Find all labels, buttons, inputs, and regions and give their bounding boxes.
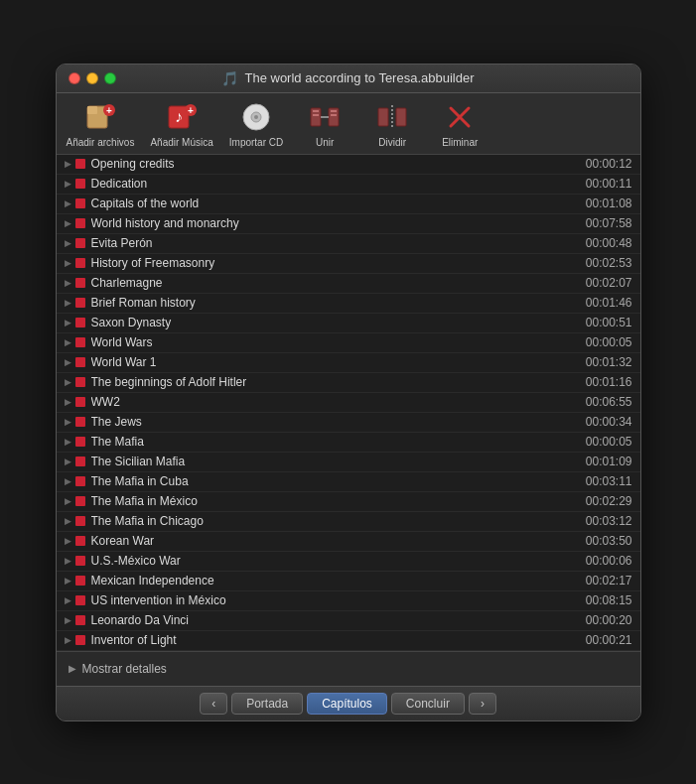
track-duration: 00:03:50 (586, 534, 632, 548)
row-chevron-icon: ▶ (65, 536, 71, 546)
svg-rect-1 (87, 106, 97, 114)
track-row[interactable]: ▶ History of Freemasonry 00:02:53 (57, 254, 640, 274)
track-row[interactable]: ▶ The Mafia in Chicago 00:03:12 (57, 512, 640, 532)
join-label: Unir (316, 137, 334, 148)
minimize-button[interactable] (86, 72, 98, 84)
track-duration: 00:00:05 (586, 435, 632, 449)
row-chevron-icon: ▶ (65, 476, 71, 486)
row-chevron-icon: ▶ (65, 496, 71, 506)
track-row[interactable]: ▶ World history and monarchy 00:07:58 (57, 214, 640, 234)
track-row[interactable]: ▶ US intervention in México 00:08:15 (57, 591, 640, 611)
add-files-icon: + (82, 99, 118, 135)
track-row[interactable]: ▶ Dedication 00:00:11 (57, 175, 640, 195)
track-color-icon (75, 258, 85, 268)
prev-button[interactable]: ‹ (200, 693, 227, 715)
traffic-lights (69, 72, 116, 84)
row-chevron-icon: ▶ (65, 159, 71, 169)
row-chevron-icon: ▶ (65, 576, 71, 586)
track-color-icon (75, 357, 85, 367)
add-music-button[interactable]: ♪ + Añadir Música (150, 99, 212, 148)
details-label: Mostrar detalles (82, 662, 167, 676)
track-duration: 00:00:48 (586, 236, 632, 250)
track-color-icon (75, 496, 85, 506)
row-chevron-icon: ▶ (65, 278, 71, 288)
svg-text:♪: ♪ (175, 108, 183, 125)
row-chevron-icon: ▶ (65, 437, 71, 447)
track-row[interactable]: ▶ Opening credits 00:00:12 (57, 155, 640, 175)
svg-rect-19 (378, 108, 388, 126)
track-row[interactable]: ▶ U.S.-México War 00:00:06 (57, 552, 640, 572)
track-row[interactable]: ▶ Korean War 00:03:50 (57, 532, 640, 552)
track-row[interactable]: ▶ The Sicilian Mafia 00:01:09 (57, 453, 640, 472)
concluir-button[interactable]: Concluir (391, 693, 465, 715)
details-bar[interactable]: ▶ Mostrar detalles (57, 651, 640, 686)
track-row[interactable]: ▶ Evita Perón 00:00:48 (57, 234, 640, 254)
row-chevron-icon: ▶ (65, 417, 71, 427)
capitulos-label: Capítulos (322, 697, 372, 711)
track-duration: 00:00:20 (586, 613, 632, 627)
svg-rect-17 (331, 114, 337, 116)
track-name: The Mafia in México (91, 494, 578, 508)
track-duration: 00:00:06 (586, 554, 632, 568)
svg-rect-20 (396, 108, 406, 126)
track-row[interactable]: ▶ The Mafia in Cuba 00:03:11 (57, 472, 640, 492)
track-color-icon (75, 179, 85, 189)
track-color-icon (75, 159, 85, 169)
track-row[interactable]: ▶ The Mafia in México 00:02:29 (57, 492, 640, 512)
track-color-icon (75, 417, 85, 427)
track-list[interactable]: ▶ Opening credits 00:00:12 ▶ Dedication … (57, 155, 640, 651)
row-chevron-icon: ▶ (65, 218, 71, 228)
track-row[interactable]: ▶ World Wars 00:00:05 (57, 333, 640, 353)
track-duration: 00:00:05 (586, 335, 632, 349)
track-color-icon (75, 595, 85, 605)
track-name: History of Freemasonry (91, 256, 578, 270)
track-row[interactable]: ▶ Capitals of the world 00:01:08 (57, 195, 640, 214)
delete-icon (442, 99, 478, 135)
track-color-icon (75, 337, 85, 347)
row-chevron-icon: ▶ (65, 238, 71, 248)
maximize-button[interactable] (104, 72, 116, 84)
track-name: Opening credits (91, 157, 578, 171)
toolbar: + Añadir archivos ♪ + Añadir Música (57, 93, 640, 155)
delete-button[interactable]: Eliminar (434, 99, 486, 148)
track-row[interactable]: ▶ World War 1 00:01:32 (57, 353, 640, 373)
bottom-nav: ‹ Portada Capítulos Concluir › (57, 686, 640, 720)
track-name: The Jews (91, 415, 578, 429)
track-row[interactable]: ▶ WW2 00:06:55 (57, 393, 640, 413)
track-duration: 00:03:11 (586, 474, 632, 488)
track-row[interactable]: ▶ The Jews 00:00:34 (57, 413, 640, 433)
track-name: Inventor of Light (91, 633, 578, 647)
svg-rect-16 (331, 110, 337, 112)
track-row[interactable]: ▶ Inventor of Light 00:00:21 (57, 631, 640, 651)
track-row[interactable]: ▶ Saxon Dynasty 00:00:51 (57, 314, 640, 333)
svg-rect-14 (313, 114, 319, 116)
track-row[interactable]: ▶ Charlemagne 00:02:07 (57, 274, 640, 294)
import-cd-button[interactable]: Importar CD (229, 99, 283, 148)
capitulos-button[interactable]: Capítulos (307, 693, 387, 715)
add-files-button[interactable]: + Añadir archivos (67, 99, 135, 148)
divide-button[interactable]: Dividir (366, 99, 418, 148)
close-button[interactable] (69, 72, 80, 84)
portada-button[interactable]: Portada (231, 693, 303, 715)
row-chevron-icon: ▶ (65, 377, 71, 387)
track-color-icon (75, 437, 85, 447)
track-row[interactable]: ▶ The beginnings of Adolf Hitler 00:01:1… (57, 373, 640, 393)
track-name: Evita Perón (91, 236, 578, 250)
track-name: WW2 (91, 395, 578, 409)
track-color-icon (75, 318, 85, 327)
track-name: World Wars (91, 335, 578, 349)
track-color-icon (75, 238, 85, 248)
track-duration: 00:07:58 (586, 216, 632, 230)
track-row[interactable]: ▶ Brief Roman history 00:01:46 (57, 294, 640, 314)
track-row[interactable]: ▶ Mexican Independence 00:02:17 (57, 572, 640, 591)
next-button[interactable]: › (469, 693, 496, 715)
track-name: Capitals of the world (91, 196, 578, 210)
track-duration: 00:02:29 (586, 494, 632, 508)
track-row[interactable]: ▶ Leonardo Da Vinci 00:00:20 (57, 611, 640, 631)
track-duration: 00:00:21 (586, 633, 632, 647)
track-row[interactable]: ▶ The Mafia 00:00:05 (57, 433, 640, 453)
track-name: U.S.-México War (91, 554, 578, 568)
track-duration: 00:00:51 (586, 316, 632, 329)
join-button[interactable]: Unir (299, 99, 350, 148)
row-chevron-icon: ▶ (65, 556, 71, 566)
